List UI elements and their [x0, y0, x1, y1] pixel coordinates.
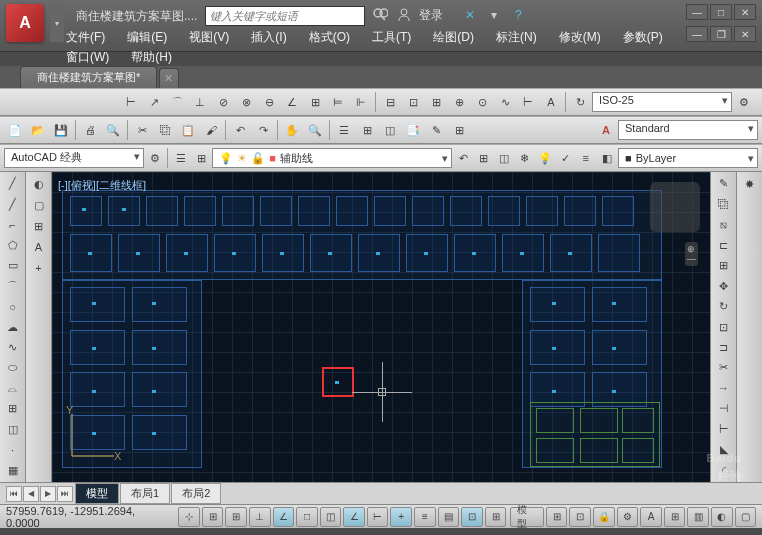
layer-make-icon[interactable]: ✓ — [556, 147, 575, 169]
dim-quick-icon[interactable]: ⊞ — [304, 91, 326, 113]
line-icon[interactable]: ╱ — [2, 174, 24, 193]
color-icon[interactable]: ◧ — [598, 147, 617, 169]
rotate-icon[interactable]: ↻ — [713, 297, 735, 316]
polygon-icon[interactable]: ⬠ — [2, 235, 24, 254]
pan-icon[interactable]: ✋ — [281, 119, 303, 141]
jogged-linear-icon[interactable]: ∿ — [494, 91, 516, 113]
tab-last-icon[interactable]: ⏭ — [57, 486, 73, 502]
array-icon[interactable]: ⊞ — [713, 256, 735, 275]
addselected-icon[interactable]: + — [28, 258, 50, 278]
sc-icon[interactable]: ⊞ — [485, 507, 507, 527]
textstyle-dropdown[interactable]: Standard — [618, 120, 758, 140]
textstyle-icon[interactable]: A — [595, 119, 617, 141]
dim-radius-icon[interactable]: ⊘ — [212, 91, 234, 113]
undo-icon[interactable]: ↶ — [229, 119, 251, 141]
help-icon[interactable]: ? — [509, 6, 527, 24]
rectangle-icon[interactable]: ▭ — [2, 256, 24, 275]
dim-update-icon[interactable]: ↻ — [569, 91, 591, 113]
polar-icon[interactable]: ∠ — [273, 507, 295, 527]
stretch-icon[interactable]: ⊐ — [713, 338, 735, 357]
tolerance-icon[interactable]: ⊞ — [425, 91, 447, 113]
menu-format[interactable]: 格式(O) — [299, 26, 360, 49]
maximize-button[interactable]: □ — [710, 4, 732, 20]
menu-dim[interactable]: 标注(N) — [486, 26, 547, 49]
open-icon[interactable]: 📂 — [27, 119, 49, 141]
qp-icon[interactable]: ⊡ — [461, 507, 483, 527]
menu-tools[interactable]: 工具(T) — [362, 26, 421, 49]
layer-previous-icon[interactable]: ↶ — [453, 147, 472, 169]
region-icon[interactable]: ▢ — [28, 195, 50, 215]
menu-modify[interactable]: 修改(M) — [549, 26, 611, 49]
minimize-button[interactable]: — — [686, 4, 708, 20]
new-icon[interactable]: 📄 — [4, 119, 26, 141]
copy-icon[interactable]: ⿻ — [154, 119, 176, 141]
layer-freeze-icon[interactable]: ❄ — [515, 147, 534, 169]
mirror-icon[interactable]: ⧅ — [713, 215, 735, 234]
doc-close-button[interactable]: ✕ — [734, 26, 756, 42]
center-mark-icon[interactable]: ⊕ — [448, 91, 470, 113]
ducs-icon[interactable]: ⊢ — [367, 507, 389, 527]
lwt-icon[interactable]: ≡ — [414, 507, 436, 527]
menu-param[interactable]: 参数(P) — [613, 26, 673, 49]
ortho-icon[interactable]: ⊥ — [249, 507, 271, 527]
workspace-settings-icon[interactable]: ⚙ — [145, 147, 164, 169]
match-icon[interactable]: 🖌 — [200, 119, 222, 141]
layout-tab-2[interactable]: 布局2 — [171, 483, 221, 504]
quickview-layouts-icon[interactable]: ⊞ — [546, 507, 568, 527]
sheetset-icon[interactable]: 📑 — [402, 119, 424, 141]
dim-break-icon[interactable]: ⊡ — [402, 91, 424, 113]
gradient-icon[interactable]: ◐ — [28, 174, 50, 194]
xline-icon[interactable]: ╱ — [2, 194, 24, 213]
otrack-icon[interactable]: ∠ — [343, 507, 365, 527]
osnap-icon[interactable]: □ — [296, 507, 318, 527]
login-link[interactable]: 登录 — [419, 7, 443, 24]
layer-manager-icon[interactable]: ☰ — [171, 147, 190, 169]
navbar-widget[interactable]: ⊕— — [685, 242, 698, 266]
dim-jogged-icon[interactable]: ⊗ — [235, 91, 257, 113]
print-icon[interactable]: 🖨 — [79, 119, 101, 141]
menu-window[interactable]: 窗口(W) — [56, 46, 119, 69]
properties-icon[interactable]: ☰ — [333, 119, 355, 141]
file-tab-close[interactable]: ✕ — [159, 68, 179, 88]
designcenter-icon[interactable]: ⊞ — [356, 119, 378, 141]
scale-icon[interactable]: ⊡ — [713, 317, 735, 336]
layout-tab-1[interactable]: 布局1 — [120, 483, 170, 504]
search-input[interactable] — [205, 6, 365, 26]
move-icon[interactable]: ✥ — [713, 276, 735, 295]
paste-icon[interactable]: 📋 — [177, 119, 199, 141]
tab-first-icon[interactable]: ⏮ — [6, 486, 22, 502]
infer-icon[interactable]: ⊹ — [178, 507, 200, 527]
dim-linear-icon[interactable]: ⊢ — [120, 91, 142, 113]
block-icon[interactable]: ◫ — [2, 420, 24, 439]
extend-icon[interactable]: → — [713, 379, 735, 398]
redo-icon[interactable]: ↷ — [252, 119, 274, 141]
layout-tab-model[interactable]: 模型 — [75, 483, 119, 504]
coordinates[interactable]: 57959.7619, -12951.2694, 0.0000 — [6, 505, 168, 529]
drawing-canvas[interactable]: [-][俯视][二维线框] — [52, 172, 710, 482]
annoscale-icon[interactable]: 🔒 — [593, 507, 615, 527]
ucs-icon[interactable]: Y X — [62, 406, 122, 466]
hatch-icon[interactable]: ▦ — [2, 461, 24, 480]
color-dropdown[interactable]: ■ ByLayer — [618, 148, 758, 168]
app-logo[interactable]: A — [6, 4, 44, 42]
annoauto-icon[interactable]: A — [640, 507, 662, 527]
dim-edit-icon[interactable]: ⊢ — [517, 91, 539, 113]
layer-dropdown[interactable]: 💡 ☀ 🔓 ■ 辅助线 — [212, 148, 452, 168]
layer-state-icon[interactable]: ⊞ — [474, 147, 493, 169]
dim-space-icon[interactable]: ⊟ — [379, 91, 401, 113]
menu-draw[interactable]: 绘图(D) — [423, 26, 484, 49]
tab-next-icon[interactable]: ▶ — [40, 486, 56, 502]
tab-prev-icon[interactable]: ◀ — [23, 486, 39, 502]
view-label[interactable]: [-][俯视][二维线框] — [58, 178, 146, 193]
zoom-icon[interactable]: 🔍 — [304, 119, 326, 141]
layer-filter-icon[interactable]: ⊞ — [192, 147, 211, 169]
dyn-icon[interactable]: + — [390, 507, 412, 527]
dim-diameter-icon[interactable]: ⊖ — [258, 91, 280, 113]
grid-toggle-icon[interactable]: ⊞ — [225, 507, 247, 527]
save-icon[interactable]: 💾 — [50, 119, 72, 141]
circle-icon[interactable]: ○ — [2, 297, 24, 316]
file-tab-active[interactable]: 商住楼建筑方案草图* — [20, 66, 157, 88]
cut-icon[interactable]: ✂ — [131, 119, 153, 141]
dim-baseline-icon[interactable]: ⊨ — [327, 91, 349, 113]
pline-icon[interactable]: ⌐ — [2, 215, 24, 234]
